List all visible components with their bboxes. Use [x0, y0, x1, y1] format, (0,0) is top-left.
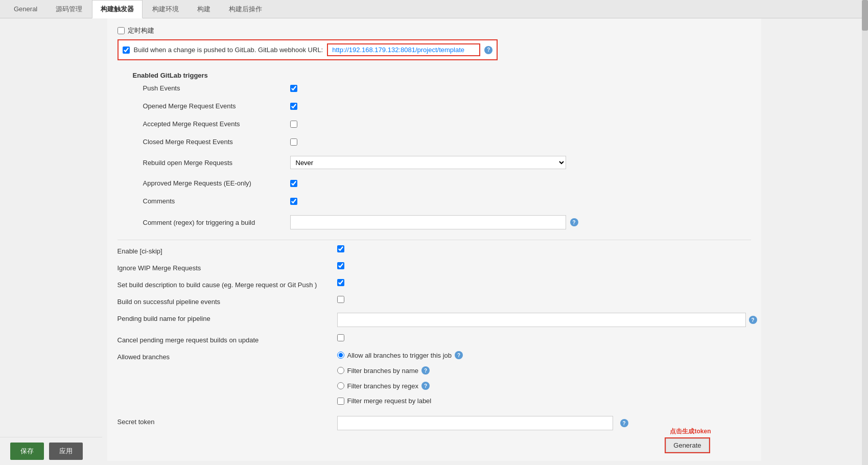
comment-regex-input[interactable]: Jenkins please retry a build — [290, 215, 566, 229]
filter-label-option: Filter merge request by label — [337, 397, 432, 405]
apply-button[interactable]: 应用 — [49, 443, 83, 460]
comments-row: Comments — [143, 197, 751, 205]
pending-build-input[interactable] — [337, 313, 746, 327]
filter-regex-help-icon[interactable]: ? — [421, 382, 430, 390]
filter-regex-option: Filter branches by regex ? — [337, 382, 430, 390]
rebuild-row: Rebuild open Merge Requests Never On pus… — [143, 156, 751, 169]
build-when-checkbox[interactable] — [123, 46, 130, 54]
generate-wrapper: 点击生成token Generate — [665, 437, 710, 453]
closed-merge-label: Closed Merge Request Events — [143, 138, 286, 146]
build-when-help-icon[interactable]: ? — [484, 46, 492, 54]
rebuild-label: Rebuild open Merge Requests — [143, 159, 286, 167]
filter-name-option: Filter branches by name ? — [337, 366, 430, 375]
filter-regex-radio[interactable] — [337, 382, 344, 389]
schedule-row: 定时构建 — [118, 26, 751, 35]
scroll-thumb[interactable] — [862, 0, 868, 31]
rebuild-select[interactable]: Never On push to source branch On push t… — [290, 156, 566, 169]
opened-merge-label: Opened Merge Request Events — [143, 102, 286, 110]
push-events-label: Push Events — [143, 84, 286, 92]
gitlab-triggers-section: Enabled GitLab triggers Push Events Open… — [133, 72, 751, 235]
tabs-bar: General 源码管理 构建触发器 构建环境 构建 构建后操作 — [0, 0, 868, 18]
filter-name-radio[interactable] — [337, 367, 344, 374]
divider-1 — [118, 240, 751, 240]
accepted-merge-row: Accepted Merge Request Events — [143, 120, 751, 128]
tab-post-build[interactable]: 构建后操作 — [220, 0, 271, 18]
triggers-list: Push Events Opened Merge Request Events … — [143, 84, 751, 235]
cancel-pending-row: Cancel pending merge request builds on u… — [118, 334, 751, 344]
build-on-pipeline-row: Build on successful pipeline events — [118, 296, 751, 306]
ignore-wip-checkbox[interactable] — [337, 262, 344, 269]
secret-token-help-icon[interactable]: ? — [620, 419, 628, 427]
tab-source[interactable]: 源码管理 — [47, 0, 91, 18]
push-events-checkbox[interactable] — [290, 85, 297, 92]
pending-build-label: Pending build name for pipeline — [118, 315, 210, 322]
enabled-triggers-label: Enabled GitLab triggers — [133, 72, 751, 79]
set-build-desc-checkbox[interactable] — [337, 279, 344, 286]
approved-label: Approved Merge Requests (EE-only) — [143, 179, 286, 187]
content-area: 定时构建 Build when a change is pushed to Gi… — [107, 18, 761, 461]
generate-hint: 点击生成token — [670, 427, 711, 436]
pending-build-row: Pending build name for pipeline ? — [118, 313, 751, 327]
webhook-url: http://192.168.179.132:8081/project/temp… — [327, 43, 480, 56]
save-button[interactable]: 保存 — [10, 443, 44, 460]
secret-token-input[interactable]: f4aaefc7d4289ab6b3ceac5561da8c1a — [337, 416, 613, 430]
cancel-pending-checkbox[interactable] — [337, 334, 344, 341]
ignore-wip-label: Ignore WIP Merge Requests — [118, 264, 201, 272]
set-build-desc-label: Set build description to build cause (eg… — [118, 281, 317, 289]
allow-all-label: Allow all branches to trigger this job — [347, 352, 452, 359]
closed-merge-checkbox[interactable] — [290, 138, 297, 146]
ignore-wip-row: Ignore WIP Merge Requests — [118, 262, 751, 272]
cancel-pending-label: Cancel pending merge request builds on u… — [118, 336, 259, 344]
build-when-label: Build when a change is pushed to GitLab.… — [134, 46, 323, 54]
opened-merge-checkbox[interactable] — [290, 103, 297, 110]
generate-button[interactable]: Generate — [666, 438, 709, 452]
approved-row: Approved Merge Requests (EE-only) — [143, 179, 751, 187]
approved-checkbox[interactable] — [290, 180, 297, 187]
secret-token-label: Secret token — [118, 418, 155, 426]
build-on-pipeline-checkbox[interactable] — [337, 296, 344, 303]
build-when-row: Build when a change is pushed to GitLab.… — [118, 39, 498, 60]
ciskip-label: Enable [ci-skip] — [118, 247, 162, 255]
filter-name-help-icon[interactable]: ? — [421, 366, 430, 375]
generate-btn-highlight: Generate — [665, 437, 710, 453]
bottom-bar: 保存 应用 — [0, 437, 102, 465]
comments-checkbox[interactable] — [290, 198, 297, 205]
opened-merge-row: Opened Merge Request Events — [143, 102, 751, 110]
tab-general[interactable]: General — [5, 1, 46, 17]
ciskip-row: Enable [ci-skip] — [118, 245, 751, 255]
allowed-branches-row: Allowed branches Allow all branches to t… — [118, 351, 751, 409]
set-build-desc-row: Set build description to build cause (eg… — [118, 279, 751, 289]
allow-all-radio[interactable] — [337, 352, 344, 359]
tab-build-env[interactable]: 构建环境 — [144, 0, 187, 18]
schedule-checkbox[interactable] — [118, 27, 125, 34]
comments-label: Comments — [143, 197, 286, 205]
build-on-pipeline-label: Build on successful pipeline events — [118, 298, 221, 306]
accepted-merge-checkbox[interactable] — [290, 121, 297, 128]
allow-all-option: Allow all branches to trigger this job ? — [337, 351, 463, 359]
allowed-branches-label: Allowed branches — [118, 353, 170, 361]
secret-token-row: Secret token f4aaefc7d4289ab6b3ceac5561d… — [118, 416, 751, 430]
comment-regex-row: Comment (regex) for triggering a build J… — [143, 215, 751, 229]
schedule-label: 定时构建 — [128, 26, 154, 35]
filter-label-label: Filter merge request by label — [347, 397, 432, 405]
comment-regex-help-icon[interactable]: ? — [570, 218, 578, 226]
filter-label-checkbox[interactable] — [337, 398, 344, 405]
tab-trigger[interactable]: 构建触发器 — [92, 0, 143, 18]
filter-regex-label: Filter branches by regex — [347, 382, 418, 390]
pending-build-help-icon[interactable]: ? — [749, 316, 757, 324]
tab-build[interactable]: 构建 — [189, 0, 219, 18]
scrollbar[interactable] — [862, 0, 868, 465]
allow-all-help-icon[interactable]: ? — [455, 351, 463, 359]
closed-merge-row: Closed Merge Request Events — [143, 138, 751, 146]
generate-row: 点击生成token Generate — [118, 437, 710, 453]
push-events-row: Push Events — [143, 84, 751, 92]
comment-regex-label: Comment (regex) for triggering a build — [143, 219, 286, 226]
ciskip-checkbox[interactable] — [337, 245, 344, 252]
accepted-merge-label: Accepted Merge Request Events — [143, 120, 286, 128]
filter-name-label: Filter branches by name — [347, 367, 418, 375]
